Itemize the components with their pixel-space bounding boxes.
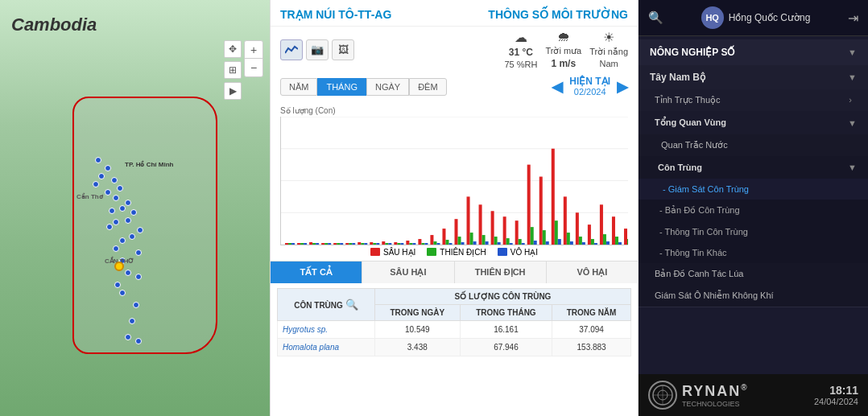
period-tab-ngay[interactable]: NGÀY <box>366 78 409 96</box>
zoom-out-button[interactable]: − <box>245 59 262 76</box>
map-dot[interactable] <box>137 227 143 233</box>
svg-rect-26 <box>349 243 352 245</box>
map-dot[interactable] <box>114 282 121 288</box>
nav-label-bando-ct: - Bản Đồ Côn Trùng <box>659 205 740 215</box>
insect-name-2[interactable]: Homalota plana <box>278 338 375 356</box>
svg-rect-67 <box>515 220 519 245</box>
svg-rect-45 <box>424 243 428 245</box>
nav-item-contrung[interactable]: Côn Trùng ▼ <box>639 156 868 179</box>
map-dot[interactable] <box>109 208 115 214</box>
nav-item-taynambо[interactable]: Tây Nam Bộ ▼ <box>639 65 868 89</box>
map-dot[interactable] <box>130 209 137 216</box>
map-dot[interactable] <box>113 245 119 252</box>
map-dot[interactable] <box>119 205 126 212</box>
table-search-icon[interactable]: 🔍 <box>345 299 358 311</box>
svg-rect-36 <box>388 243 391 245</box>
map-dot[interactable] <box>105 189 111 196</box>
svg-rect-94 <box>624 229 627 245</box>
svg-rect-15 <box>304 243 307 245</box>
svg-rect-58 <box>479 204 482 245</box>
env-stats: ☁ 31 °C 75 %RH 🌧 Trời mưa 1 m/s ☀ Trời n… <box>504 30 628 69</box>
nav-label-tongquan: Tổng Quan Vùng <box>655 117 726 128</box>
svg-rect-46 <box>430 235 433 245</box>
map-dot[interactable] <box>135 249 142 256</box>
svg-rect-39 <box>400 243 403 245</box>
map-dot[interactable] <box>125 270 131 276</box>
insect-name-1[interactable]: Hygrotus sp. <box>278 320 375 338</box>
map-dot[interactable] <box>129 318 135 324</box>
sun-icon: ☀ <box>603 30 614 45</box>
nav-prev-button[interactable]: ◀ <box>552 78 563 96</box>
nav-section-header-nns[interactable]: NÔNG NGHIỆP SỐ ▼ <box>639 39 868 65</box>
map-dot[interactable] <box>98 173 105 179</box>
insect-data-table: CÔN TRÙNG 🔍 SỐ LƯỢNG CÔN TRÙNG TRONG NGÀ… <box>277 288 631 356</box>
map-dot[interactable] <box>113 219 119 225</box>
month-value-2: 67.946 <box>460 338 552 356</box>
map-dot[interactable] <box>113 195 119 201</box>
filter-tab-vo-hai[interactable]: VÔ HẠI <box>547 262 638 283</box>
map-dot[interactable] <box>125 217 131 224</box>
chart-image-tool[interactable]: 🖼 <box>332 39 354 60</box>
sidebar-datetime: 18:11 24/04/2024 <box>814 384 858 406</box>
chart-camera-tool[interactable]: 📷 <box>306 39 329 60</box>
map-select-tool[interactable]: ⊞ <box>224 61 242 79</box>
chart-tools: 📷 🖼 <box>280 39 354 60</box>
svg-rect-37 <box>394 242 397 245</box>
year-value-1: 37.094 <box>552 320 631 338</box>
svg-rect-62 <box>494 237 498 245</box>
svg-rect-90 <box>606 241 610 245</box>
filter-tab-sau-hai[interactable]: SÂU HẠI <box>362 262 454 283</box>
map-dot[interactable] <box>135 338 142 344</box>
map-dot[interactable] <box>119 290 126 296</box>
chart-line-tool[interactable] <box>280 39 303 60</box>
map-dot[interactable] <box>105 165 111 171</box>
svg-rect-51 <box>448 243 452 245</box>
filter-tab-thien-dich[interactable]: THIÊN ĐỊCH <box>455 262 547 283</box>
filter-tabs: TẤT CẢ SÂU HẠI THIÊN ĐỊCH VÔ HẠI <box>271 261 638 283</box>
chart-svg: 80.000 60.000 40.000 20.000 0 <box>281 117 628 245</box>
nav-item-thongtin-khac[interactable]: - Thông Tin Khác <box>639 242 868 263</box>
svg-rect-87 <box>594 243 597 245</box>
nav-item-banđo-lua[interactable]: Bản Đồ Canh Tác Lúa <box>639 263 868 285</box>
table-row: Hygrotus sp. 10.549 16.161 37.094 <box>278 320 631 338</box>
zoom-in-button[interactable]: + <box>245 41 262 59</box>
map-dot[interactable] <box>125 200 131 206</box>
legend-label-thien-dich: THIÊN ĐỊCH <box>440 248 486 257</box>
nav-item-tongquan[interactable]: Tổng Quan Vùng ▼ <box>639 111 868 134</box>
map-zoom-controls: + − <box>244 40 263 77</box>
map-dot[interactable] <box>135 274 142 280</box>
map-dot[interactable] <box>106 224 113 230</box>
user-avatar: HQ <box>701 6 724 29</box>
svg-rect-22 <box>333 243 337 245</box>
map-dot[interactable] <box>125 334 131 340</box>
svg-rect-73 <box>539 176 543 244</box>
nav-item-thongtin-ct[interactable]: - Thông Tin Côn Trùng <box>639 221 868 242</box>
map-arrow-tool[interactable]: ▶ <box>224 82 242 100</box>
sidebar-search-icon[interactable]: 🔍 <box>648 10 663 25</box>
chart-y-label: Số lượng (Con) <box>280 106 628 115</box>
nav-item-quantrac[interactable]: Quan Trắc Nước <box>639 134 868 156</box>
period-tab-nam[interactable]: NĂM <box>280 78 317 96</box>
period-tab-thang[interactable]: THÁNG <box>317 78 366 96</box>
svg-rect-75 <box>546 241 549 245</box>
sidebar-logout-button[interactable]: ⇥ <box>848 10 858 26</box>
map-dot[interactable] <box>111 177 118 183</box>
map-dot[interactable] <box>119 237 126 244</box>
map-dot[interactable] <box>95 157 101 163</box>
svg-rect-91 <box>612 216 615 245</box>
selected-station-dot[interactable] <box>114 262 124 271</box>
nav-item-bando-ct[interactable]: - Bản Đồ Côn Trùng <box>639 200 868 221</box>
nav-item-tinh[interactable]: Tỉnh Trực Thuộc › <box>639 89 868 111</box>
map-dot[interactable] <box>93 181 99 187</box>
svg-rect-82 <box>576 212 579 245</box>
svg-rect-16 <box>309 242 312 245</box>
filter-tab-all[interactable]: TẤT CẢ <box>271 262 362 283</box>
map-dot[interactable] <box>133 302 139 308</box>
nav-next-button[interactable]: ▶ <box>617 78 628 96</box>
map-hand-tool[interactable]: ✥ <box>224 40 242 58</box>
nav-item-giamsat[interactable]: - Giám Sát Côn Trùng <box>639 179 868 200</box>
map-dot[interactable] <box>117 185 123 192</box>
period-tab-dem[interactable]: ĐÊM <box>409 78 446 96</box>
nav-item-onhiem[interactable]: Giám Sát Ô Nhiễm Không Khí <box>639 285 868 307</box>
map-dot[interactable] <box>129 233 135 240</box>
